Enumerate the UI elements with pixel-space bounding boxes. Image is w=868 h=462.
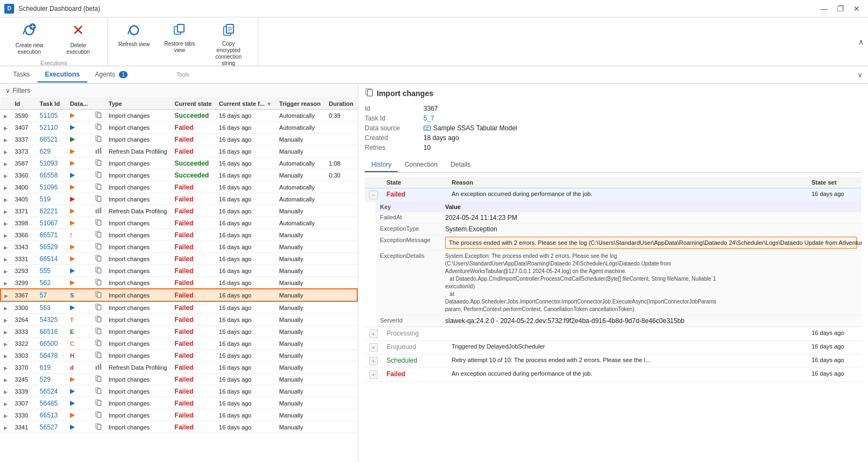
create-new-execution-button[interactable]: Create new execution [5, 20, 53, 58]
close-button[interactable]: ✕ [850, 3, 864, 14]
task-id-link[interactable]: 66558 [40, 172, 58, 179]
table-row[interactable]: ▶ 3331 66514 ▶ Import changes Failed 16 … [1, 253, 357, 265]
history-expand-cell[interactable]: − [365, 188, 382, 202]
task-id-link[interactable]: 619 [40, 364, 50, 371]
row-expand-arrow[interactable]: ▶ [1, 229, 11, 241]
history-expand-button[interactable]: + [369, 357, 378, 365]
row-expand-arrow[interactable]: ▶ [1, 385, 11, 397]
task-id-link[interactable]: 51093 [40, 160, 58, 167]
row-expand-arrow[interactable]: ▶ [1, 421, 11, 433]
row-expand-arrow[interactable]: ▶ [1, 314, 11, 326]
sub-tab-connection[interactable]: Connection [398, 158, 444, 172]
task-id-link[interactable]: 629 [40, 148, 50, 155]
task-id-link[interactable]: 519 [40, 195, 50, 203]
row-expand-arrow[interactable]: ▶ [1, 326, 11, 338]
history-row[interactable]: − Failed An exception occurred during pe… [365, 188, 861, 202]
row-task-id[interactable]: 66500 [36, 338, 67, 350]
tabs-collapse-button[interactable]: ∨ [858, 71, 863, 79]
task-id-link[interactable]: 66513 [40, 412, 58, 419]
row-expand-arrow[interactable]: ▶ [1, 217, 11, 229]
task-id-link[interactable]: 66514 [40, 255, 58, 263]
row-task-id[interactable]: 56485 [36, 397, 67, 409]
tab-executions[interactable]: Executions [37, 67, 87, 83]
row-task-id[interactable]: 66558 [36, 169, 67, 181]
row-expand-arrow[interactable]: ▶ [1, 397, 11, 409]
task-id-link[interactable]: 56478 [40, 352, 58, 359]
col-header-trigger[interactable]: Trigger reason [276, 98, 325, 110]
row-expand-arrow[interactable]: ▶ [1, 338, 11, 350]
tab-agents[interactable]: Agents 1 [87, 67, 135, 83]
row-expand-arrow[interactable]: ▶ [1, 253, 11, 265]
table-row[interactable]: ▶ 3339 56524 ▶ Import changes Failed 16 … [1, 385, 357, 397]
task-id-link[interactable]: 54325 [40, 316, 58, 324]
history-expand-button[interactable]: + [369, 343, 378, 352]
row-expand-arrow[interactable]: ▶ [1, 265, 11, 277]
table-row[interactable]: ▶ 3407 52110 ▶ Import changes Failed 16 … [1, 122, 357, 134]
history-row[interactable]: + Scheduled Retry attempt 10 of 10: The … [365, 355, 861, 368]
table-row[interactable]: ▶ 3322 66500 C Import changes Failed 16 … [1, 338, 357, 350]
history-row[interactable]: + Enqueued Triggered by DelayedJobSchedu… [365, 341, 861, 355]
col-header-state[interactable]: Current state [172, 98, 216, 110]
row-expand-arrow[interactable]: ▶ [1, 157, 11, 169]
task-id-link[interactable]: 57 [40, 292, 47, 299]
row-task-id[interactable]: 62221 [36, 205, 67, 217]
task-id-link[interactable]: 529 [40, 376, 50, 383]
col-header-state-f[interactable]: Current state f... ▼ [216, 98, 276, 110]
row-task-id[interactable]: 56529 [36, 241, 67, 253]
row-expand-arrow[interactable]: ▶ [1, 122, 11, 134]
copy-connection-string-button[interactable]: Copy encrypted connection string [205, 20, 252, 69]
table-row[interactable]: ▶ 3360 66558 ▶ Import changes Succeeded … [1, 169, 357, 181]
col-header-id[interactable]: Id [11, 98, 36, 110]
task-id-link[interactable]: 51096 [40, 183, 58, 191]
row-expand-arrow[interactable]: ▶ [1, 193, 11, 205]
row-expand-arrow[interactable]: ▶ [1, 374, 11, 385]
history-row[interactable]: + Failed An exception occurred during pe… [365, 368, 861, 382]
row-task-id[interactable]: 51067 [36, 217, 67, 229]
task-id-link[interactable]: 56524 [40, 388, 58, 395]
table-row[interactable]: ▶ 3307 56485 ▶ Import changes Failed 16 … [1, 397, 357, 409]
row-task-id[interactable]: 629 [36, 145, 67, 157]
task-id-value[interactable]: 5_7 [423, 115, 861, 122]
row-expand-arrow[interactable]: ▶ [1, 350, 11, 362]
table-row[interactable]: ▶ 3341 56527 ▶ Import changes Failed 16 … [1, 421, 357, 433]
table-row[interactable]: ▶ 3366 66571 ! Import changes Failed 16 … [1, 229, 357, 241]
row-expand-arrow[interactable]: ▶ [1, 181, 11, 193]
row-task-id[interactable]: 66513 [36, 409, 67, 421]
row-task-id[interactable]: 619 [36, 362, 67, 374]
table-row[interactable]: ▶ 3590 51105 ▶ Import changes Succeeded … [1, 110, 357, 122]
row-expand-arrow[interactable]: ▶ [1, 169, 11, 181]
history-row[interactable]: + Processing 16 days ago [365, 327, 861, 341]
row-expand-arrow[interactable]: ▶ [1, 362, 11, 374]
row-expand-arrow[interactable]: ▶ [1, 134, 11, 145]
history-expand-cell[interactable]: + [365, 355, 382, 368]
row-expand-arrow[interactable]: ▶ [1, 205, 11, 217]
row-task-id[interactable]: 52110 [36, 122, 67, 134]
table-row[interactable]: ▶ 3264 54325 T Import changes Failed 16 … [1, 314, 357, 326]
delete-execution-button[interactable]: Delete execution [54, 20, 102, 58]
task-id-link[interactable]: 51067 [40, 219, 58, 227]
refresh-view-button[interactable]: Refresh view [113, 20, 155, 69]
task-id-link[interactable]: 66500 [40, 340, 58, 347]
row-task-id[interactable]: 56524 [36, 385, 67, 397]
row-task-id[interactable]: 51093 [36, 157, 67, 169]
row-task-id[interactable]: 54325 [36, 314, 67, 326]
task-id-link[interactable]: 66521 [40, 136, 58, 143]
col-header-task-id[interactable]: Task Id [36, 98, 67, 110]
task-id-link[interactable]: 555 [40, 267, 50, 275]
row-task-id[interactable]: 563 [36, 301, 67, 314]
table-row[interactable]: ▶ 3370 619 d Refresh Data Profiling Fail… [1, 362, 357, 374]
row-task-id[interactable]: 66516 [36, 326, 67, 338]
minimize-button[interactable]: — [817, 3, 831, 14]
row-task-id[interactable]: 562 [36, 277, 67, 289]
col-header-type[interactable]: Type [105, 98, 172, 110]
row-task-id[interactable]: 529 [36, 374, 67, 385]
col-header-data[interactable]: Data... [67, 98, 92, 110]
row-task-id[interactable]: 66521 [36, 134, 67, 145]
table-row[interactable]: ▶ 3371 62221 ▶ Refresh Data Profiling Fa… [1, 205, 357, 217]
row-task-id[interactable]: 66571 [36, 229, 67, 241]
task-id-link[interactable]: 56529 [40, 243, 58, 251]
row-expand-arrow[interactable]: ▶ [1, 110, 11, 122]
history-expand-button[interactable]: + [369, 330, 378, 338]
row-expand-arrow[interactable]: ▶ [1, 301, 11, 314]
task-id-link[interactable]: 562 [40, 279, 50, 287]
